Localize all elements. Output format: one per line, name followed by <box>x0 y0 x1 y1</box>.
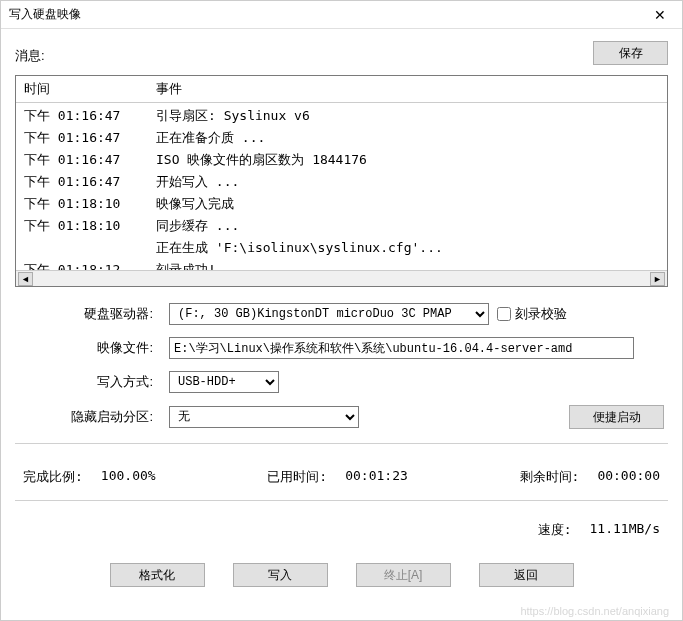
elapsed-value: 00:01:23 <box>345 468 408 486</box>
content-area: 消息: 保存 时间 事件 下午 01:16:47引导扇区: Syslinux v… <box>1 29 682 620</box>
log-header: 时间 事件 <box>16 76 667 103</box>
hide-partition-row: 隐藏启动分区: 无 便捷启动 <box>19 405 664 429</box>
save-button[interactable]: 保存 <box>593 41 668 65</box>
log-time <box>24 237 156 259</box>
back-button[interactable]: 返回 <box>479 563 574 587</box>
log-row: 下午 01:18:10同步缓存 ... <box>24 215 659 237</box>
write-method-select[interactable]: USB-HDD+ <box>169 371 279 393</box>
verify-checkbox-label[interactable]: 刻录校验 <box>497 305 567 323</box>
log-header-time: 时间 <box>24 80 156 98</box>
horizontal-scrollbar[interactable]: ◄ ► <box>16 270 667 286</box>
message-header-row: 消息: 保存 <box>15 41 668 65</box>
method-row: 写入方式: USB-HDD+ <box>19 371 664 393</box>
elapsed-label: 已用时间: <box>267 468 327 486</box>
log-time: 下午 01:16:47 <box>24 149 156 171</box>
progress-label: 完成比例: <box>23 468 83 486</box>
image-label: 映像文件: <box>19 339 161 357</box>
log-row: 下午 01:16:47引导扇区: Syslinux v6 <box>24 105 659 127</box>
log-event: 映像写入完成 <box>156 193 659 215</box>
log-row: 下午 01:18:12刻录成功! <box>24 259 659 270</box>
hide-label: 隐藏启动分区: <box>19 408 161 426</box>
quick-boot-button[interactable]: 便捷启动 <box>569 405 664 429</box>
method-label: 写入方式: <box>19 373 161 391</box>
dialog-window: 写入硬盘映像 ✕ 消息: 保存 时间 事件 下午 01:16:47引导扇区: S… <box>0 0 683 621</box>
titlebar: 写入硬盘映像 ✕ <box>1 1 682 29</box>
window-title: 写入硬盘映像 <box>9 6 81 23</box>
divider <box>15 443 668 444</box>
log-time: 下午 01:18:10 <box>24 215 156 237</box>
log-row: 下午 01:18:10映像写入完成 <box>24 193 659 215</box>
speed-value: 11.11MB/s <box>590 521 660 539</box>
scroll-right-icon[interactable]: ► <box>650 272 665 286</box>
log-event: 刻录成功! <box>156 259 659 270</box>
verify-label-text: 刻录校验 <box>515 305 567 323</box>
message-label: 消息: <box>15 47 45 65</box>
log-time: 下午 01:16:47 <box>24 171 156 193</box>
remain-value: 00:00:00 <box>597 468 660 486</box>
speed-label: 速度: <box>538 521 572 539</box>
verify-checkbox[interactable] <box>497 307 511 321</box>
close-icon: ✕ <box>654 7 666 23</box>
remain-status: 剩余时间: 00:00:00 <box>520 468 660 486</box>
speed-row: 速度: 11.11MB/s <box>15 515 668 545</box>
log-row: 正在生成 'F:\isolinux\syslinux.cfg'... <box>24 237 659 259</box>
format-button[interactable]: 格式化 <box>110 563 205 587</box>
log-header-event: 事件 <box>156 80 659 98</box>
drive-select[interactable]: (F:, 30 GB)KingstonDT microDuo 3C PMAP <box>169 303 489 325</box>
log-event: 正在生成 'F:\isolinux\syslinux.cfg'... <box>156 237 659 259</box>
image-path-input[interactable] <box>169 337 634 359</box>
drive-label: 硬盘驱动器: <box>19 305 161 323</box>
log-event: 同步缓存 ... <box>156 215 659 237</box>
log-event: 开始写入 ... <box>156 171 659 193</box>
log-event: 正在准备介质 ... <box>156 127 659 149</box>
log-row: 下午 01:16:47开始写入 ... <box>24 171 659 193</box>
close-button[interactable]: ✕ <box>646 5 674 25</box>
log-time: 下午 01:16:47 <box>24 127 156 149</box>
hide-partition-select[interactable]: 无 <box>169 406 359 428</box>
elapsed-status: 已用时间: 00:01:23 <box>267 468 407 486</box>
abort-button: 终止[A] <box>356 563 451 587</box>
divider <box>15 500 668 501</box>
log-row: 下午 01:16:47ISO 映像文件的扇区数为 1844176 <box>24 149 659 171</box>
form-area: 硬盘驱动器: (F:, 30 GB)KingstonDT microDuo 3C… <box>15 297 668 429</box>
drive-row: 硬盘驱动器: (F:, 30 GB)KingstonDT microDuo 3C… <box>19 303 664 325</box>
log-event: ISO 映像文件的扇区数为 1844176 <box>156 149 659 171</box>
log-event: 引导扇区: Syslinux v6 <box>156 105 659 127</box>
write-button[interactable]: 写入 <box>233 563 328 587</box>
progress-value: 100.00% <box>101 468 156 486</box>
log-row: 下午 01:16:47正在准备介质 ... <box>24 127 659 149</box>
remain-label: 剩余时间: <box>520 468 580 486</box>
log-time: 下午 01:16:47 <box>24 105 156 127</box>
log-body[interactable]: 下午 01:16:47引导扇区: Syslinux v6 下午 01:16:47… <box>16 103 667 270</box>
action-button-row: 格式化 写入 终止[A] 返回 <box>15 555 668 591</box>
scroll-left-icon[interactable]: ◄ <box>18 272 33 286</box>
log-time: 下午 01:18:10 <box>24 193 156 215</box>
log-panel: 时间 事件 下午 01:16:47引导扇区: Syslinux v6 下午 01… <box>15 75 668 287</box>
image-row: 映像文件: <box>19 337 664 359</box>
status-row: 完成比例: 100.00% 已用时间: 00:01:23 剩余时间: 00:00… <box>15 458 668 486</box>
progress-status: 完成比例: 100.00% <box>23 468 156 486</box>
log-time: 下午 01:18:12 <box>24 259 156 270</box>
